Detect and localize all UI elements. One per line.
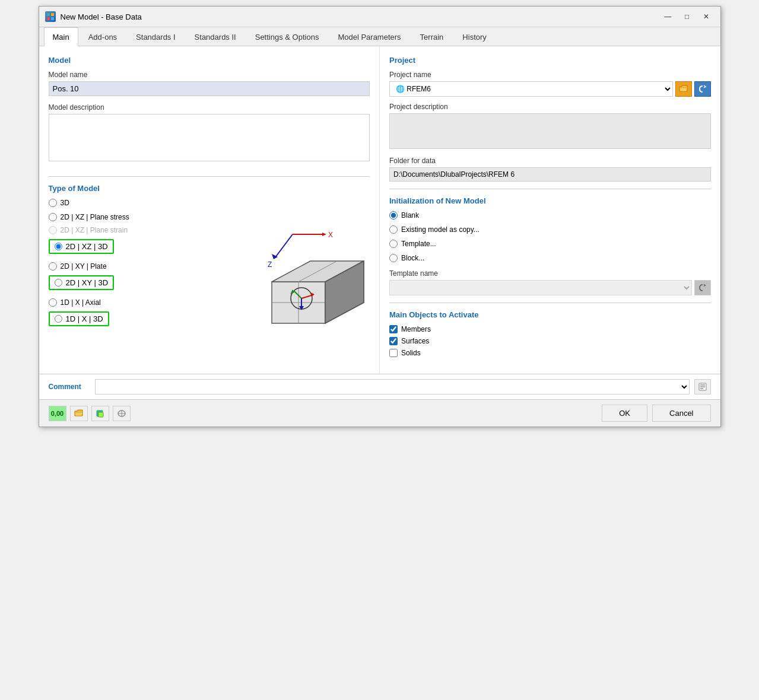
tab-standards1[interactable]: Standards I <box>127 27 185 46</box>
radio-1d-x-3d-label: 1D | X | 3D <box>66 314 103 323</box>
bottom-icon-1[interactable] <box>70 406 88 421</box>
title-bar: New Model - Base Data — □ ✕ <box>39 7 720 27</box>
close-button[interactable]: ✕ <box>698 10 714 23</box>
bottom-icon-3[interactable] <box>113 406 131 421</box>
window-title: New Model - Base Data <box>61 12 142 21</box>
radio-2d-xz-stress-label: 2D | XZ | Plane stress <box>61 213 129 221</box>
model-section-title: Model <box>49 56 370 65</box>
tab-terrain[interactable]: Terrain <box>411 27 453 46</box>
value-display: 0,00 <box>49 406 66 421</box>
radio-2d-xz-plane-strain: 2D | XZ | Plane strain <box>49 226 216 234</box>
maximize-button[interactable]: □ <box>679 10 696 23</box>
radio-1d-x-axial: 1D | X | Axial <box>49 298 216 307</box>
tab-bar: Main Add-ons Standards I Standards II Se… <box>39 27 720 46</box>
svg-marker-8 <box>322 233 326 236</box>
init-blank: Blank <box>389 211 711 219</box>
main-objects-section: Main Objects to Activate Members Surface… <box>389 310 711 357</box>
radio-2d-xz-strain-input <box>49 226 57 234</box>
solids-checkbox[interactable] <box>389 349 398 357</box>
radio-1d-x-3d-bordered[interactable]: 1D | X | 3D <box>49 311 109 326</box>
project-refresh-button[interactable] <box>694 81 711 97</box>
model-description-input[interactable] <box>49 114 370 161</box>
radio-2d-xy-3d-input[interactable] <box>55 279 62 287</box>
comment-label: Comment <box>49 383 90 391</box>
radio-2d-xy-3d-bordered[interactable]: 2D | XY | 3D <box>49 275 115 290</box>
radio-2d-xz-plane-stress: 2D | XZ | Plane stress <box>49 213 216 221</box>
solids-label: Solids <box>401 349 421 357</box>
tab-model-params[interactable]: Model Parameters <box>329 27 409 46</box>
project-description-label: Project description <box>389 103 711 111</box>
tab-addons[interactable]: Add-ons <box>80 27 126 46</box>
radio-1d-x-axial-input[interactable] <box>49 298 57 307</box>
main-window: New Model - Base Data — □ ✕ Main Add-ons… <box>39 6 721 427</box>
surfaces-checkbox-item: Surfaces <box>389 337 711 345</box>
surfaces-checkbox[interactable] <box>389 337 398 345</box>
radio-2d-xy-3d-wrapper: 2D | XY | 3D <box>49 275 216 290</box>
main-objects-title: Main Objects to Activate <box>389 310 711 319</box>
cancel-button[interactable]: Cancel <box>652 405 710 422</box>
model-description-label: Model description <box>49 103 370 112</box>
comment-input[interactable] <box>95 379 690 394</box>
radio-3d-label: 3D <box>61 199 69 207</box>
project-section: Project Project name 🌐 RFEM6 <box>389 56 711 182</box>
project-folder-button[interactable] <box>675 81 692 97</box>
svg-rect-1 <box>51 13 54 16</box>
radio-1d-x-3d-wrapper: 1D | X | 3D <box>49 311 216 326</box>
members-label: Members <box>401 325 431 333</box>
radio-1d-x-axial-label: 1D | X | Axial <box>61 298 101 307</box>
init-block-label: Block... <box>401 254 424 262</box>
svg-rect-3 <box>51 17 54 20</box>
bottom-icon-2[interactable] <box>91 406 109 421</box>
radio-2d-xy-plate-input[interactable] <box>49 262 57 271</box>
radio-2d-xz-3d-wrapper: 2D | XZ | 3D <box>49 239 216 254</box>
svg-line-4 <box>275 234 293 258</box>
tab-main[interactable]: Main <box>44 27 78 46</box>
radio-1d-x-3d-input[interactable] <box>55 315 62 323</box>
title-bar-left: New Model - Base Data <box>45 11 142 22</box>
project-name-row: 🌐 RFEM6 <box>389 81 711 97</box>
radio-2d-xz-stress-input[interactable] <box>49 213 57 221</box>
svg-text:Z: Z <box>268 260 272 269</box>
minimize-button[interactable]: — <box>660 10 677 23</box>
svg-rect-2 <box>47 17 50 20</box>
members-checkbox[interactable] <box>389 325 398 333</box>
tab-settings[interactable]: Settings & Options <box>246 27 328 46</box>
project-section-title: Project <box>389 56 711 65</box>
init-blank-radio[interactable] <box>389 211 398 219</box>
radio-3d: 3D <box>49 199 216 207</box>
template-name-row <box>389 280 711 295</box>
model-name-label: Model name <box>49 71 370 79</box>
action-buttons: OK Cancel <box>602 405 710 422</box>
init-template-radio[interactable] <box>389 240 398 248</box>
comment-action-button[interactable] <box>694 379 711 394</box>
template-refresh-btn[interactable] <box>694 280 711 295</box>
project-description-input[interactable] <box>389 113 711 149</box>
model-name-input[interactable] <box>49 81 370 96</box>
init-template: Template... <box>389 240 711 248</box>
template-name-select[interactable] <box>389 280 692 295</box>
radio-2d-xz-3d-bordered[interactable]: 2D | XZ | 3D <box>49 239 114 254</box>
project-name-select[interactable]: 🌐 RFEM6 <box>389 81 673 97</box>
ok-button[interactable]: OK <box>602 405 647 422</box>
radio-2d-xy-plate: 2D | XY | Plate <box>49 262 216 271</box>
left-panel: Model Model name Model description Type … <box>39 46 380 374</box>
tab-history[interactable]: History <box>453 27 495 46</box>
init-existing-radio[interactable] <box>389 225 398 234</box>
radio-2d-xz-3d-label: 2D | XZ | 3D <box>66 242 108 251</box>
radio-2d-xz-3d-input[interactable] <box>55 243 62 250</box>
radio-2d-xz-strain-label: 2D | XZ | Plane strain <box>61 226 128 234</box>
content-area: Model Model name Model description Type … <box>39 46 720 399</box>
surfaces-label: Surfaces <box>401 337 429 345</box>
model-visualization: Z X <box>215 199 370 343</box>
radio-2d-xy-3d-label: 2D | XY | 3D <box>66 278 109 287</box>
svg-text:X: X <box>328 231 333 239</box>
bottom-icons-group: 0,00 <box>49 406 131 421</box>
template-name-label: Template name <box>389 269 711 278</box>
tab-standards2[interactable]: Standards II <box>186 27 245 46</box>
radio-3d-input[interactable] <box>49 199 57 207</box>
init-block-radio[interactable] <box>389 254 398 262</box>
objects-checkbox-group: Members Surfaces Solids <box>389 325 711 357</box>
radio-2d-xy-plate-label: 2D | XY | Plate <box>61 262 107 271</box>
init-existing: Existing model as copy... <box>389 225 711 234</box>
svg-rect-0 <box>47 13 50 16</box>
